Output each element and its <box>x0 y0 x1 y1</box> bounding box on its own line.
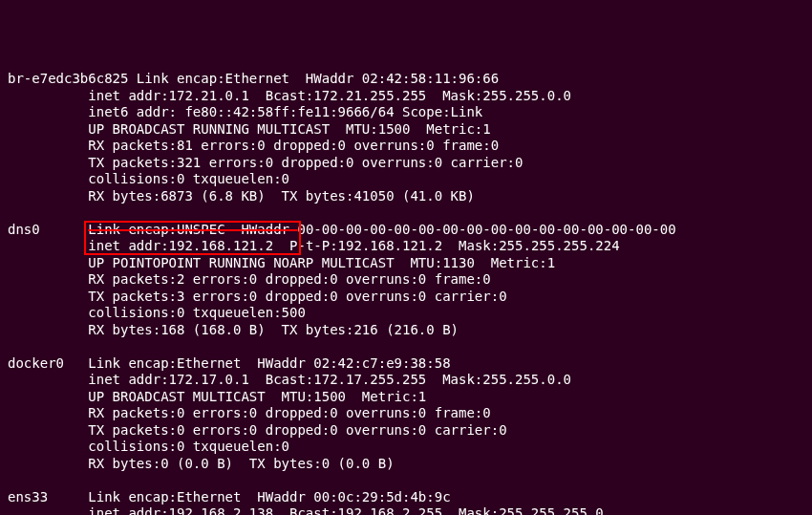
ifconfig-line: TX packets:3 errors:0 dropped:0 overruns… <box>8 289 804 306</box>
ifconfig-line: dns0 Link encap:UNSPEC HWaddr 00-00-00-0… <box>8 222 804 239</box>
ifconfig-line: collisions:0 txqueuelen:0 <box>8 439 804 456</box>
interface-block-docker0: docker0 Link encap:Ethernet HWaddr 02:42… <box>8 355 804 473</box>
terminal-output: br-e7edc3b6c825 Link encap:Ethernet HWad… <box>8 71 804 515</box>
blank-line <box>8 204 804 222</box>
ifconfig-line: RX bytes:168 (168.0 B) TX bytes:216 (216… <box>8 322 804 339</box>
interface-block-ens33: ens33 Link encap:Ethernet HWaddr 00:0c:2… <box>8 489 804 516</box>
ifconfig-line: RX bytes:0 (0.0 B) TX bytes:0 (0.0 B) <box>8 456 804 473</box>
ifconfig-line: UP BROADCAST MULTICAST MTU:1500 Metric:1 <box>8 389 804 406</box>
ifconfig-line: br-e7edc3b6c825 Link encap:Ethernet HWad… <box>8 71 804 88</box>
hwaddr-text: 00-00-00-00-00-00-00-00-00-00-00-00-00-0… <box>297 222 675 237</box>
interface-block-dns0: dns0 Link encap:UNSPEC HWaddr 00-00-00-0… <box>8 222 804 339</box>
blank-line <box>8 472 804 489</box>
struck-text: Link encap:UNSPEC HWaddr <box>88 222 297 237</box>
ifconfig-line: inet addr:192.168.2.138 Bcast:192.168.2.… <box>8 505 804 515</box>
ifconfig-line: RX packets:81 errors:0 dropped:0 overrun… <box>8 138 804 155</box>
interface-name: dns0 <box>8 222 88 237</box>
ifconfig-line: ens33 Link encap:Ethernet HWaddr 00:0c:2… <box>8 489 804 506</box>
ifconfig-line: collisions:0 txqueuelen:0 <box>8 171 804 188</box>
ifconfig-line: RX packets:2 errors:0 dropped:0 overruns… <box>8 271 804 289</box>
ifconfig-line: RX packets:0 errors:0 dropped:0 overruns… <box>8 405 804 422</box>
line-suffix: -t-P:192.168.121.2 Mask:255.255.255.224 <box>297 238 619 253</box>
ifconfig-line: TX packets:321 errors:0 dropped:0 overru… <box>8 155 804 172</box>
ifconfig-line: collisions:0 txqueuelen:500 <box>8 305 804 322</box>
ifconfig-line: inet6 addr: fe80::42:58ff:fe11:9666/64 S… <box>8 104 804 121</box>
blank-line <box>8 338 804 355</box>
ifconfig-line: TX packets:0 errors:0 dropped:0 overruns… <box>8 422 804 440</box>
interface-block-br-e7edc3b6c825: br-e7edc3b6c825 Link encap:Ethernet HWad… <box>8 71 804 204</box>
ifconfig-line: UP POINTOPOINT RUNNING NOARP MULTICAST M… <box>8 255 804 272</box>
indent <box>8 238 88 253</box>
ifconfig-line: UP BROADCAST RUNNING MULTICAST MTU:1500 … <box>8 121 804 139</box>
ifconfig-line: docker0 Link encap:Ethernet HWaddr 02:42… <box>8 355 804 373</box>
ifconfig-line: inet addr:192.168.121.2 P-t-P:192.168.12… <box>8 238 804 255</box>
inet-addr-text: inet addr:192.168.121.2 P <box>88 238 297 253</box>
ifconfig-line: inet addr:172.17.0.1 Bcast:172.17.255.25… <box>8 372 804 389</box>
ifconfig-line: RX bytes:6873 (6.8 KB) TX bytes:41050 (4… <box>8 188 804 205</box>
ifconfig-line: inet addr:172.21.0.1 Bcast:172.21.255.25… <box>8 88 804 105</box>
